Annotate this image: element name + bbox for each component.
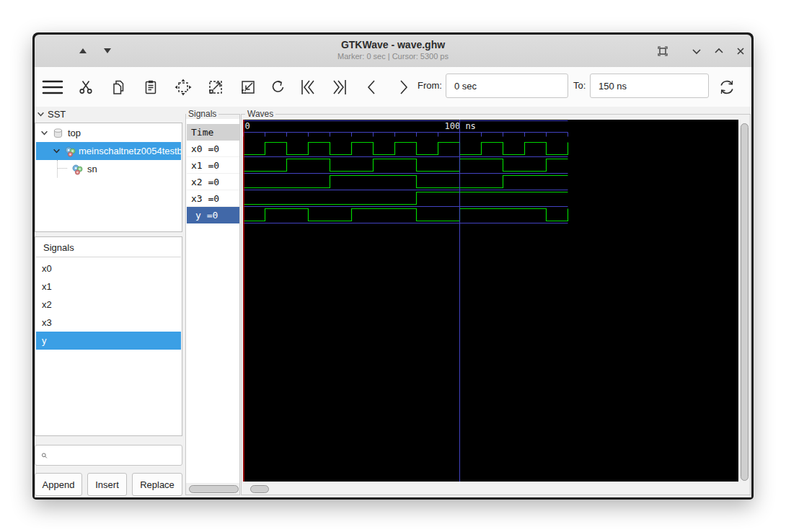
signal-value-row-x1[interactable]: x1 =0 xyxy=(187,157,239,174)
tree-item-label: top xyxy=(68,128,81,138)
reload-button[interactable] xyxy=(714,74,740,100)
list-item-x1[interactable]: x1 xyxy=(36,278,181,296)
fullscreen-icon xyxy=(657,45,668,57)
to-label: To: xyxy=(573,80,586,91)
module-cylinder-icon xyxy=(52,127,64,139)
waveform-y xyxy=(244,209,568,221)
tree-item-module-selected[interactable]: meinschaltnetz0054testb xyxy=(36,142,181,160)
waves-hscrollbar-thumb[interactable] xyxy=(250,485,269,493)
skip-to-start-icon xyxy=(298,77,318,97)
signal-value-row-y-selected[interactable]: y =0 xyxy=(187,207,239,223)
to-end-button[interactable] xyxy=(327,74,353,100)
skip-to-end-icon xyxy=(330,77,350,97)
list-item-y-selected[interactable]: y xyxy=(36,332,181,350)
next-edge-button[interactable] xyxy=(390,74,416,100)
svg-text:100 ns: 100 ns xyxy=(445,121,476,131)
sst-tree: top meinschaltnetz0054testb sn xyxy=(35,123,182,232)
append-button[interactable]: Append xyxy=(35,473,82,496)
menu-button[interactable] xyxy=(40,74,66,100)
gears-icon xyxy=(71,163,84,176)
waves-frame-label: Waves xyxy=(245,109,275,119)
svg-text:0: 0 xyxy=(245,121,250,131)
time-column-header: Time xyxy=(187,124,239,141)
signals-hscrollbar-thumb[interactable] xyxy=(189,485,239,493)
zoom-in-icon xyxy=(206,78,225,97)
insert-button[interactable]: Insert xyxy=(87,473,127,496)
zoom-fit-icon xyxy=(174,78,193,97)
list-item-x3[interactable]: x3 xyxy=(36,314,181,332)
reload-icon xyxy=(717,77,737,97)
scissors-icon xyxy=(77,79,94,96)
clipboard-icon xyxy=(142,79,159,96)
expander-chevron-icon[interactable] xyxy=(53,147,61,155)
expander-chevron-icon[interactable] xyxy=(40,129,48,137)
toolbar: From: To: xyxy=(35,67,751,107)
chevron-down-icon xyxy=(691,45,702,57)
expander-chevron-icon xyxy=(37,110,45,118)
from-label: From: xyxy=(418,80,442,91)
gears-icon xyxy=(63,145,76,158)
signals-frame-label: Signals xyxy=(186,109,218,119)
tree-item-label: sn xyxy=(87,164,97,174)
sst-expander[interactable]: SST xyxy=(37,107,66,120)
screen: GTKWave - wave.ghw Marker: 0 sec | Curso… xyxy=(0,0,786,532)
signal-search[interactable] xyxy=(35,445,182,466)
signal-value-row-x2[interactable]: x2 =0 xyxy=(187,174,239,190)
prev-edge-button[interactable] xyxy=(359,74,385,100)
from-input[interactable] xyxy=(446,74,568,98)
tree-item-label: meinschaltnetz0054testb xyxy=(79,146,181,156)
copy-button[interactable] xyxy=(105,74,131,100)
tree-item-sn[interactable]: sn xyxy=(36,160,181,178)
paste-button[interactable] xyxy=(138,74,164,100)
waveform-x1 xyxy=(244,159,568,172)
undo-icon xyxy=(269,78,288,97)
minimize-button[interactable] xyxy=(687,42,706,61)
window-title: GTKWave - wave.ghw xyxy=(35,39,751,50)
marker-cursor-status: Marker: 0 sec | Cursor: 5300 ps xyxy=(35,52,751,61)
list-item-x2[interactable]: x2 xyxy=(36,296,181,314)
zoom-in-button[interactable] xyxy=(203,74,229,100)
tree-item-top[interactable]: top xyxy=(36,124,181,142)
undo-button[interactable] xyxy=(265,74,291,100)
chevron-up-icon xyxy=(713,45,725,57)
to-start-button[interactable] xyxy=(295,74,321,100)
search-input[interactable] xyxy=(52,447,182,464)
search-icon xyxy=(41,450,48,461)
close-icon xyxy=(735,45,746,57)
titlebar[interactable]: GTKWave - wave.ghw Marker: 0 sec | Curso… xyxy=(35,35,751,68)
chevron-right-icon xyxy=(394,78,412,97)
sst-label: SST xyxy=(48,109,66,120)
waveform-x0 xyxy=(244,143,568,155)
waveform-x2 xyxy=(244,176,568,188)
signal-facility-list: Signals x0 x1 x2 x3 y xyxy=(35,236,182,436)
cut-button[interactable] xyxy=(73,74,99,100)
to-input[interactable] xyxy=(590,74,709,98)
waveform-x3 xyxy=(244,192,568,205)
zoom-fit-button[interactable] xyxy=(170,74,196,100)
signal-value-row-x3[interactable]: x3 =0 xyxy=(187,190,239,207)
fullscreen-button[interactable] xyxy=(653,42,672,61)
waves-vscrollbar-thumb[interactable] xyxy=(741,123,749,481)
menu-icon xyxy=(42,78,63,97)
signal-value-row-x0[interactable]: x0 =0 xyxy=(187,141,239,157)
wave-canvas[interactable]: 0100 ns xyxy=(243,120,738,482)
zoom-out-icon xyxy=(239,78,257,97)
zoom-out-button[interactable] xyxy=(235,74,261,100)
signal-list-header: Signals xyxy=(36,238,181,257)
maximize-button[interactable] xyxy=(710,42,728,61)
replace-button[interactable]: Replace xyxy=(132,473,182,496)
chevron-left-icon xyxy=(363,78,381,97)
list-item-x0[interactable]: x0 xyxy=(36,260,181,278)
copy-icon xyxy=(110,79,127,96)
close-button[interactable] xyxy=(731,42,750,61)
